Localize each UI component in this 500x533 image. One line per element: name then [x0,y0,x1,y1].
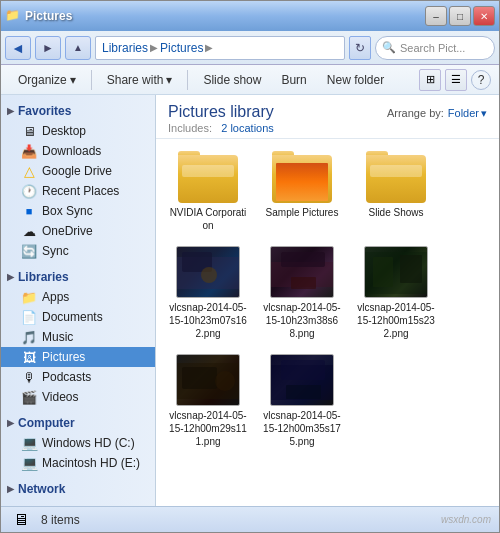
folder-sample-label: Sample Pictures [266,206,339,219]
onedrive-icon: ☁ [21,223,37,239]
burn-button[interactable]: Burn [272,68,315,92]
back-button[interactable]: ◄ [5,36,31,60]
search-box[interactable]: 🔍 Search Pict... [375,36,495,60]
desktop-icon: 🖥 [21,123,37,139]
folder-slide-shows[interactable]: Slide Shows [352,147,440,236]
file-vlcsnap5[interactable]: vlcsnap-2014-05-15-12h00m35s175.png [258,350,346,452]
music-label: Music [42,330,73,344]
vlcsnap5-thumbnail [270,354,334,406]
vlcsnap5-label: vlcsnap-2014-05-15-12h00m35s175.png [262,409,342,448]
burn-label: Burn [281,73,306,87]
forward-button[interactable]: ► [35,36,61,60]
file-vlcsnap1[interactable]: vlcsnap-2014-05-15-10h23m07s162.png [164,242,252,344]
file-vlcsnap2[interactable]: vlcsnap-2014-05-15-10h23m38s68.png [258,242,346,344]
file-grid: NVIDIA Corporation Sample Pictures [156,139,499,506]
sidebar-item-windows-hd[interactable]: 💻 Windows HD (C:) [1,433,155,453]
close-button[interactable]: ✕ [473,6,495,26]
favorites-header[interactable]: ▶ Favorites [1,101,155,121]
vlcsnap5-image [271,355,333,405]
refresh-button[interactable]: ↻ [349,36,371,60]
folder-nvidia[interactable]: NVIDIA Corporation [164,147,252,236]
desktop-label: Desktop [42,124,86,138]
folder-body [178,155,238,203]
content-header-left: Pictures library Includes: 2 locations [168,103,274,134]
arrange-by-value[interactable]: Folder ▾ [448,107,487,120]
sync-icon: 🔄 [21,243,37,259]
folder-sample-pictures[interactable]: Sample Pictures [258,147,346,236]
sidebar-item-pictures[interactable]: 🖼 Pictures [1,347,155,367]
minimize-button[interactable]: – [425,6,447,26]
window-title: Pictures [25,9,72,23]
computer-header[interactable]: ▶ Computer [1,413,155,433]
downloads-icon: 📥 [21,143,37,159]
window-icon: 📁 [5,8,21,24]
sidebar-item-sync[interactable]: 🔄 Sync [1,241,155,261]
share-button[interactable]: Share with ▾ [98,68,182,92]
svg-rect-7 [373,257,393,287]
organize-button[interactable]: Organize ▾ [9,68,85,92]
file-vlcsnap3[interactable]: vlcsnap-2014-05-15-12h00m15s232.png [352,242,440,344]
title-bar-left: 📁 Pictures [5,8,72,24]
network-header[interactable]: ▶ Network [1,479,155,499]
sidebar-item-google-drive[interactable]: △ Google Drive [1,161,155,181]
breadcrumb-bar[interactable]: Libraries ▶ Pictures ▶ [95,36,345,60]
address-bar: ◄ ► ▲ Libraries ▶ Pictures ▶ ↻ 🔍 Search … [1,31,499,65]
sidebar-item-downloads[interactable]: 📥 Downloads [1,141,155,161]
music-icon: 🎵 [21,329,37,345]
breadcrumb-pictures[interactable]: Pictures [160,41,203,55]
videos-label: Videos [42,390,78,404]
content-panel: Pictures library Includes: 2 locations A… [156,95,499,506]
sidebar-item-recent-places[interactable]: 🕐 Recent Places [1,181,155,201]
help-label: ? [478,73,485,87]
sidebar-item-music[interactable]: 🎵 Music [1,327,155,347]
sidebar-item-box-sync[interactable]: ■ Box Sync [1,201,155,221]
sidebar-item-onedrive[interactable]: ☁ OneDrive [1,221,155,241]
sidebar-item-desktop[interactable]: 🖥 Desktop [1,121,155,141]
sidebar-item-documents[interactable]: 📄 Documents [1,307,155,327]
libraries-header[interactable]: ▶ Libraries [1,267,155,287]
libraries-arrow-icon: ▶ [7,272,14,282]
svg-rect-13 [281,360,325,380]
arrange-dropdown-icon: ▾ [481,107,487,120]
file-vlcsnap4[interactable]: vlcsnap-2014-05-15-12h00m29s111.png [164,350,252,452]
recent-places-icon: 🕐 [21,183,37,199]
box-sync-label: Box Sync [42,204,93,218]
search-icon: 🔍 [382,41,396,54]
watermark: wsxdn.com [441,514,491,525]
slideshow-button[interactable]: Slide show [194,68,270,92]
share-arrow-icon: ▾ [166,73,172,87]
folder-highlight [182,165,234,177]
help-button[interactable]: ? [471,70,491,90]
svg-point-11 [215,371,235,391]
computer-arrow-icon: ▶ [7,418,14,428]
status-computer-icon: 🖥 [9,510,33,530]
details-toggle-button[interactable]: ☰ [445,69,467,91]
svg-rect-14 [286,385,321,399]
view-toggle-button[interactable]: ⊞ [419,69,441,91]
sidebar-item-videos[interactable]: 🎬 Videos [1,387,155,407]
subtitle-prefix: Includes: [168,122,212,134]
vlcsnap2-label: vlcsnap-2014-05-15-10h23m38s68.png [262,301,342,340]
vlcsnap1-image [177,247,239,297]
title-bar-buttons: – □ ✕ [425,6,495,26]
sidebar-item-macintosh-hd[interactable]: 💻 Macintosh HD (E:) [1,453,155,473]
folder-highlight [370,165,422,177]
sidebar-item-podcasts[interactable]: 🎙 Podcasts [1,367,155,387]
up-button[interactable]: ▲ [65,36,91,60]
sidebar-item-apps[interactable]: 📁 Apps [1,287,155,307]
folder-sample-pictures-icon [270,151,334,203]
folder-slide-shows-icon [364,151,428,203]
onedrive-label: OneDrive [42,224,93,238]
content-subtitle: Includes: 2 locations [168,122,274,134]
main-content: ▶ Favorites 🖥 Desktop 📥 Downloads △ Goog… [1,95,499,506]
new-folder-button[interactable]: New folder [318,68,393,92]
breadcrumb-libraries[interactable]: Libraries [102,41,148,55]
subtitle-locations-link[interactable]: 2 locations [221,122,274,134]
sample-preview [276,163,328,201]
slideshow-label: Slide show [203,73,261,87]
documents-label: Documents [42,310,103,324]
network-arrow-icon: ▶ [7,484,14,494]
google-drive-icon: △ [21,163,37,179]
svg-rect-4 [281,252,325,267]
maximize-button[interactable]: □ [449,6,471,26]
